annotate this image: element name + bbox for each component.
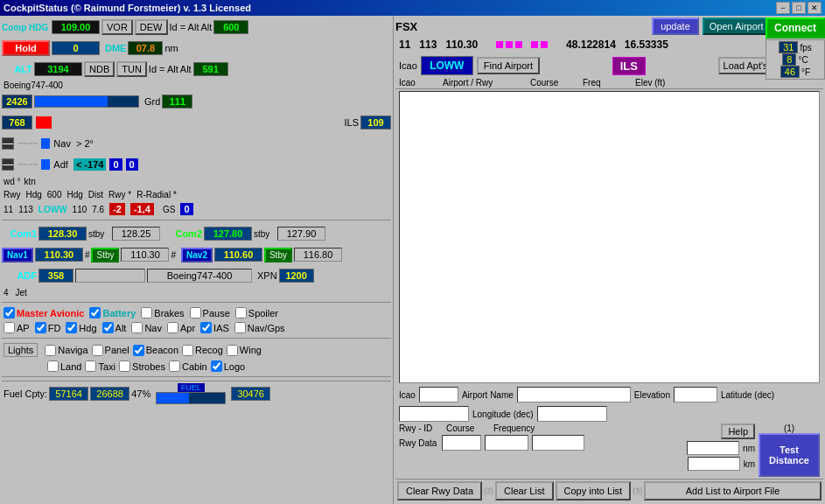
nav-gps-check[interactable]: Nav/Gps [234,322,285,333]
beacon-check[interactable]: Beacon [133,345,178,356]
ias-check[interactable]: IAS [200,322,229,333]
celsius-val: 8 [782,53,796,66]
form-icao-input[interactable] [419,387,458,402]
land-checkbox[interactable] [47,360,59,372]
hold-button[interactable]: Hold [2,40,50,56]
naviga-check[interactable]: Naviga [45,345,87,356]
strobes-check[interactable]: Strobes [119,360,165,372]
form-airport-name-input[interactable] [517,387,631,402]
stby-nav1-button[interactable]: Stby [91,248,119,262]
alt-checkbox[interactable] [102,322,114,333]
panel-check[interactable]: Panel [92,345,129,356]
form-elev-input[interactable] [674,387,717,402]
brakes-checkbox[interactable] [141,307,152,318]
nav1-button[interactable]: Nav1 [2,248,33,262]
adf-cyan-val: < -174 [73,158,107,171]
taxi-checkbox[interactable] [85,360,96,372]
dew-button[interactable]: DEW [135,19,168,35]
fd-checkbox[interactable] [35,322,46,333]
hdg-checkbox[interactable] [66,322,77,333]
beacon-checkbox[interactable] [133,345,144,356]
spoiler-checkbox[interactable] [235,307,247,318]
nav-checkbox[interactable] [131,322,143,333]
copy-area: Copy into List [556,481,632,500]
dme-label: DME [105,43,126,53]
apr-checkbox[interactable] [167,322,178,333]
alt-check[interactable]: Alt [102,322,127,333]
icao-input[interactable] [421,56,473,75]
ias-checkbox[interactable] [200,322,212,333]
battery-check[interactable]: Battery [89,307,136,318]
adf2-value: 358 [38,269,73,283]
master-avionic-checkbox[interactable] [3,307,15,318]
test-distance-button[interactable]: Test Distance [759,433,820,477]
nm-unit: nm [743,444,755,453]
close-button[interactable]: ✕ [808,2,822,14]
master-avionic-label: Master Avionic [17,308,84,318]
pause-check[interactable]: Pause [190,307,230,318]
nav-gt2: > 2° [76,138,94,149]
ndb-button[interactable]: NDB [84,61,115,77]
adf-input[interactable] [75,269,145,283]
stby-nav2-button[interactable]: Stby [264,248,292,262]
taxi-check[interactable]: Taxi [85,360,115,372]
battery-checkbox[interactable] [89,307,101,318]
nm-input[interactable] [687,441,739,455]
logo-checkbox[interactable] [211,360,222,372]
comp-hdg-label: Comp HDG [2,23,50,32]
form-lat-input[interactable] [399,406,469,422]
minimize-button[interactable]: − [776,2,790,14]
th-elev: Elev (ft) [635,78,688,88]
cabin-check[interactable]: Cabin [169,360,207,372]
recog-checkbox[interactable] [182,345,193,356]
form-lon-input[interactable] [537,406,607,422]
update-button[interactable]: update [652,18,699,35]
nav2-button[interactable]: Nav2 [181,248,213,262]
km-input[interactable] [688,457,740,471]
copy-into-list-button[interactable]: Copy into List [556,481,632,500]
ktn-label: ktn [24,177,36,186]
naviga-checkbox[interactable] [45,345,56,356]
find-airport-button[interactable]: Find Airport [477,57,540,74]
hdg-chk-label: Hdg [79,323,96,333]
add-list-airport-file-button[interactable]: Add List to Airport File [644,481,822,500]
ap-check[interactable]: AP [3,322,30,333]
spoiler-check[interactable]: Spoiler [235,307,278,318]
celsius-row: 8 °C [782,53,808,66]
nav-check[interactable]: Nav [131,322,162,333]
apr-check[interactable]: Apr [167,322,195,333]
land-check[interactable]: Land [47,360,81,372]
maximize-button[interactable]: □ [792,2,806,14]
vor-button[interactable]: VOR [101,19,133,35]
recog-check[interactable]: Recog [182,345,223,356]
ap-checkbox[interactable] [3,322,15,333]
adf-main-row: ADF 358 Boeing747-400 XPN 1200 [2,266,391,285]
clear-list-button[interactable]: Clear List [495,481,553,500]
fuel-right: 30476 [231,387,270,401]
spoiler-label: Spoiler [248,308,278,318]
logo-check[interactable]: Logo [211,360,245,372]
rwy-course-input[interactable] [485,435,528,451]
cabin-checkbox[interactable] [169,360,180,372]
rwy-id-input[interactable] [442,435,481,451]
strobes-checkbox[interactable] [119,360,130,372]
wing-check[interactable]: Wing [227,345,262,356]
wing-checkbox[interactable] [227,345,238,356]
form-row2: Rwy - ID Course Frequency Rwy Data [399,424,820,477]
help-row: Help [721,424,755,439]
nav-gps-checkbox[interactable] [234,322,246,333]
panel-checkbox[interactable] [92,345,103,356]
clear-rwy-data-button[interactable]: Clear Rwy Data [397,481,482,500]
hdg-check[interactable]: Hdg [66,322,96,333]
connect-button[interactable]: Connect [766,18,825,38]
master-avionic-check[interactable]: Master Avionic [3,307,84,318]
fahrenheit-row: 46 °F [780,66,810,78]
rwy-freq-input[interactable] [532,435,584,451]
tun-button[interactable]: TUN [116,61,147,77]
form-elev-label: Elevation [634,390,670,400]
pause-checkbox[interactable] [190,307,201,318]
fd-check[interactable]: FD [35,322,61,333]
com1-row: Com1 128.30 stby 128.25 Com2 127.80 stby… [2,224,391,243]
brakes-check[interactable]: Brakes [141,307,184,318]
help-button[interactable]: Help [721,424,755,439]
